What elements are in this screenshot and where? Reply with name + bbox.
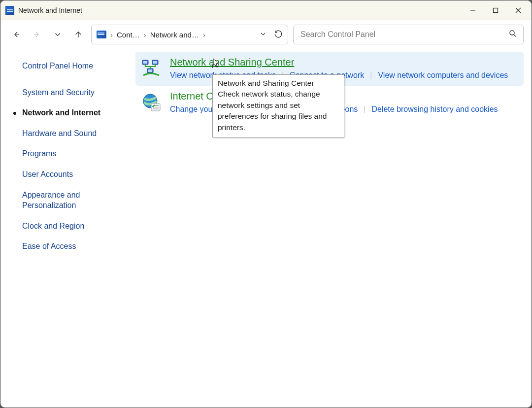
control-panel-icon: [97, 31, 106, 38]
sidebar-item-network-and-internet[interactable]: Network and Internet: [22, 107, 125, 118]
window-title: Network and Internet: [18, 6, 82, 14]
svg-line-8: [514, 34, 516, 36]
chevron-right-icon[interactable]: ›: [202, 31, 206, 39]
toolbar: › Cont… › Network and… ›: [0, 20, 532, 49]
sidebar: Control Panel Home System and Security N…: [0, 49, 133, 408]
control-panel-window: Network and Internet: [0, 0, 532, 408]
tooltip: Network and Sharing Center Check network…: [212, 74, 344, 137]
titlebar: Network and Internet: [0, 0, 532, 20]
link-view-network-computers[interactable]: View network computers and devices: [378, 71, 508, 80]
svg-rect-1: [494, 8, 498, 12]
sidebar-item-user-accounts[interactable]: User Accounts: [22, 169, 125, 180]
search-icon[interactable]: [508, 29, 517, 40]
chevron-right-icon[interactable]: ›: [109, 31, 114, 39]
recent-locations-button[interactable]: [50, 27, 66, 42]
svg-rect-14: [148, 69, 152, 72]
maximize-button[interactable]: [484, 1, 507, 19]
svg-rect-10: [143, 61, 147, 64]
tooltip-title: Network and Sharing Center: [218, 78, 339, 89]
sidebar-item-clock-and-region[interactable]: Clock and Region: [22, 221, 125, 232]
sidebar-item-system-and-security[interactable]: System and Security: [22, 87, 125, 98]
svg-rect-12: [153, 61, 157, 64]
breadcrumb-control-panel[interactable]: Cont…: [117, 31, 140, 39]
sidebar-item-hardware-and-sound[interactable]: Hardware and Sound: [22, 128, 125, 139]
address-bar[interactable]: › Cont… › Network and… ›: [91, 25, 288, 44]
internet-options-icon: [141, 93, 161, 112]
tooltip-body: Check network status, change network set…: [218, 89, 339, 133]
up-button[interactable]: [70, 27, 86, 42]
sidebar-item-appearance-and-personalization[interactable]: Appearance and Personalization: [22, 190, 125, 211]
minimize-button[interactable]: [462, 1, 484, 19]
breadcrumb-network-and-internet[interactable]: Network and…: [150, 31, 199, 39]
search-box[interactable]: [293, 25, 524, 44]
link-delete-browsing-history[interactable]: Delete browsing history and cookies: [371, 105, 498, 114]
back-button[interactable]: [8, 27, 24, 42]
forward-button[interactable]: [29, 27, 45, 42]
sidebar-item-programs[interactable]: Programs: [22, 148, 125, 159]
app-icon: [5, 6, 14, 15]
network-sharing-icon: [141, 59, 161, 78]
chevron-right-icon[interactable]: ›: [143, 31, 147, 39]
sidebar-control-panel-home[interactable]: Control Panel Home: [22, 61, 125, 71]
close-button[interactable]: [507, 1, 530, 19]
svg-point-7: [510, 31, 514, 35]
content-area: Network and Sharing Center View network …: [133, 49, 532, 408]
refresh-button[interactable]: [274, 30, 283, 40]
address-dropdown-button[interactable]: [259, 30, 267, 39]
sidebar-item-ease-of-access[interactable]: Ease of Access: [22, 241, 125, 252]
search-input[interactable]: [299, 30, 504, 39]
link-network-and-sharing-center[interactable]: Network and Sharing Center: [170, 57, 294, 68]
